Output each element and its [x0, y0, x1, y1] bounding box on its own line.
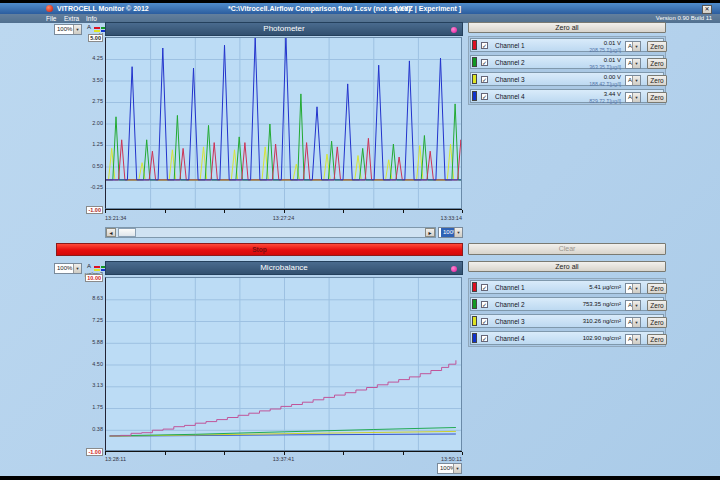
channel-range-select[interactable]: A▼	[625, 317, 641, 328]
x-axis-tick	[462, 210, 463, 213]
channel-range-select[interactable]: A▼	[625, 283, 641, 294]
channel-checkbox[interactable]: ✓	[481, 284, 488, 291]
channel-sum: 208.75 Σ[µg/l]	[531, 47, 621, 53]
chevron-down-icon: ▼	[73, 25, 81, 34]
channel-checkbox[interactable]: ✓	[481, 318, 488, 325]
microbalance-chart	[105, 277, 462, 451]
photometer-zoom-select[interactable]: 100% ▼	[54, 24, 82, 35]
channel-zero-button[interactable]: Zero	[647, 92, 667, 103]
chevron-down-icon: ▼	[632, 301, 640, 310]
menu-item-info[interactable]: Info	[86, 14, 97, 23]
microbalance-zoom-select[interactable]: 100% ▼	[54, 263, 82, 274]
microbalance-channel-list: ✓ Channel 1 5.41 µg/cm² A▼ Zero ✓ Channe…	[468, 278, 666, 347]
channel-label: Channel 1	[495, 42, 525, 49]
channel-checkbox[interactable]: ✓	[481, 335, 488, 342]
channel-color-swatch	[472, 316, 477, 326]
x-axis-tick	[284, 210, 285, 213]
photometer-y-axis-labels: 5.004.253.502.752.001.250.50-0.25-1.00	[82, 37, 103, 209]
channel-color-swatch	[472, 91, 477, 101]
microbalance-bottom-zoom-select[interactable]: 100% ▼	[437, 463, 462, 474]
x-axis-tick	[224, 452, 225, 455]
channel-sum: 188.42 Σ[µg/l]	[531, 81, 621, 87]
application-window: VITROCELL Monitor © 2012 *C:\Vitrocell.A…	[0, 0, 720, 480]
channel-row: ✓ Channel 3 0.00 V188.42 Σ[µg/l] A▼ Zero	[470, 72, 664, 86]
channel-value: 310.26 ng/cm²	[531, 318, 621, 324]
app-icon	[46, 5, 53, 12]
chevron-down-icon: ▼	[632, 93, 640, 102]
chevron-down-icon: ▼	[632, 76, 640, 85]
channel-range-select[interactable]: A▼	[625, 58, 641, 69]
photometer-x-axis	[105, 209, 462, 213]
status-led-icon	[451, 27, 457, 33]
x-axis-tick	[462, 452, 463, 455]
y-tick-label: 4.25	[92, 55, 103, 61]
channel-zero-button[interactable]: Zero	[647, 334, 667, 345]
chevron-down-icon: ▼	[632, 59, 640, 68]
microbalance-x-axis	[105, 451, 462, 455]
photometer-zero-all-button[interactable]: Zero all	[468, 22, 666, 33]
photometer-hzoom-select[interactable]: 100% ▼	[438, 227, 463, 238]
channel-value: 0.00 V	[531, 74, 621, 80]
channel-checkbox[interactable]: ✓	[481, 59, 488, 66]
channel-range-select[interactable]: A▼	[625, 300, 641, 311]
menu-item-file[interactable]: File	[46, 14, 56, 23]
channel-zero-button[interactable]: Zero	[647, 317, 667, 328]
channel-checkbox[interactable]: ✓	[481, 76, 488, 83]
scrollbar-thumb[interactable]	[118, 228, 136, 237]
channel-zero-button[interactable]: Zero	[647, 300, 667, 311]
stop-button[interactable]: Stop	[56, 243, 463, 256]
y-tick-label: 2.00	[92, 120, 103, 126]
channel-zero-button[interactable]: Zero	[647, 41, 667, 52]
channel-checkbox[interactable]: ✓	[481, 42, 488, 49]
channel-value: 3.44 V	[531, 91, 621, 97]
x-axis-tick	[165, 452, 166, 455]
channel-range-select[interactable]: A▼	[625, 41, 641, 52]
channel-value: 0.01 V	[531, 57, 621, 63]
channel-range-select[interactable]: A▼	[625, 92, 641, 103]
x-axis-tick	[403, 452, 404, 455]
channel-label: Channel 1	[495, 284, 525, 291]
app-title: VITROCELL Monitor © 2012	[57, 3, 149, 14]
close-icon[interactable]: ✕	[702, 5, 712, 14]
channel-color-swatch	[472, 40, 477, 50]
channel-label: Channel 2	[495, 301, 525, 308]
channel-row: ✓ Channel 4 102.90 ng/cm² A▼ Zero	[470, 331, 664, 345]
channel-range-select[interactable]: A▼	[625, 334, 641, 345]
microbalance-x-axis-labels: 13:28:1113:37:4113:50:11	[105, 456, 462, 464]
y-tick-label: -1.00	[86, 448, 103, 456]
y-tick-label: 1.25	[92, 141, 103, 147]
x-tick-label: 13:37:41	[105, 456, 462, 462]
microbalance-clear-button[interactable]: Clear	[468, 243, 666, 255]
y-tick-label: 8.63	[92, 295, 103, 301]
channel-sum: 829.72 Σ[µg/l]	[531, 98, 621, 104]
photometer-chart	[105, 37, 462, 209]
photometer-channel-list: ✓ Channel 1 0.01 V208.75 Σ[µg/l] A▼ Zero…	[468, 36, 666, 105]
channel-sum: 363.35 Σ[µg/l]	[531, 64, 621, 70]
channel-zero-button[interactable]: Zero	[647, 58, 667, 69]
channel-color-swatch	[472, 299, 477, 309]
channel-row: ✓ Channel 1 0.01 V208.75 Σ[µg/l] A▼ Zero	[470, 38, 664, 52]
photometer-scrollbar[interactable]: ◄ ►	[105, 227, 436, 238]
x-axis-tick	[343, 210, 344, 213]
scroll-right-icon[interactable]: ►	[425, 228, 435, 237]
scroll-left-icon[interactable]: ◄	[106, 228, 116, 237]
menu-item-extra[interactable]: Extra	[64, 14, 79, 23]
channel-zero-button[interactable]: Zero	[647, 75, 667, 86]
microbalance-y-axis-labels: 10.008.637.255.884.503.131.750.38-1.00	[82, 277, 103, 451]
y-tick-label: 0.50	[92, 163, 103, 169]
channel-range-select[interactable]: A▼	[625, 75, 641, 86]
status-led-icon	[451, 266, 457, 272]
y-tick-label: 4.50	[92, 361, 103, 367]
microbalance-panel-header: Microbalance	[105, 261, 463, 275]
channel-color-swatch	[472, 57, 477, 67]
channel-zero-button[interactable]: Zero	[647, 283, 667, 294]
document-title: *C:\Vitrocell.Airflow Comparison flow 1.…	[228, 3, 411, 14]
channel-checkbox[interactable]: ✓	[481, 93, 488, 100]
x-tick-label: 13:33:14	[441, 215, 462, 221]
y-tick-label: 2.75	[92, 98, 103, 104]
channel-checkbox[interactable]: ✓	[481, 301, 488, 308]
y-tick-label: 3.13	[92, 382, 103, 388]
y-tick-label: 7.25	[92, 317, 103, 323]
microbalance-zero-all-button[interactable]: Zero all	[468, 261, 666, 272]
y-tick-label: 3.50	[92, 77, 103, 83]
